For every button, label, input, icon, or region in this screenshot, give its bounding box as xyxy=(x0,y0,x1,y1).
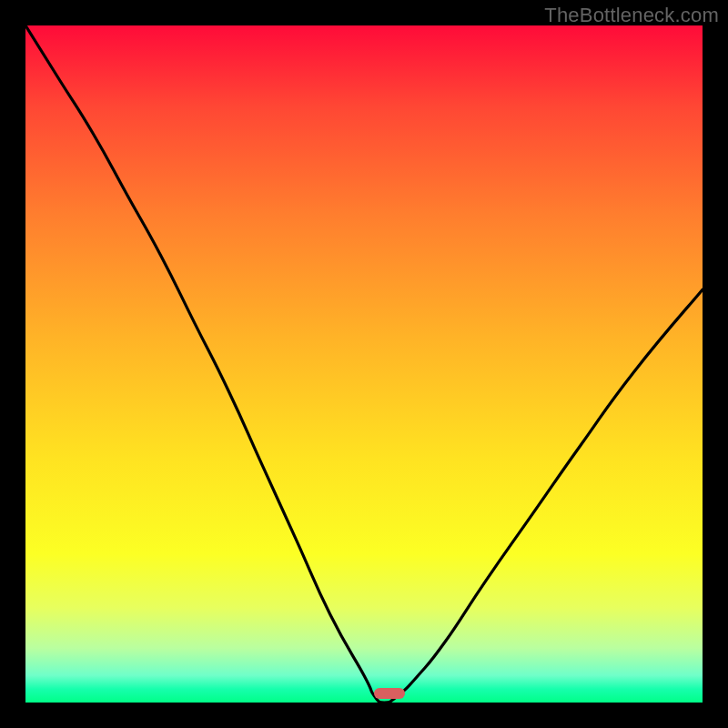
bottleneck-curve xyxy=(25,25,703,703)
optimal-marker xyxy=(374,688,405,699)
chart-frame: TheBottleneck.com xyxy=(0,0,728,728)
watermark-text: TheBottleneck.com xyxy=(544,4,719,27)
plot-area xyxy=(25,25,703,703)
